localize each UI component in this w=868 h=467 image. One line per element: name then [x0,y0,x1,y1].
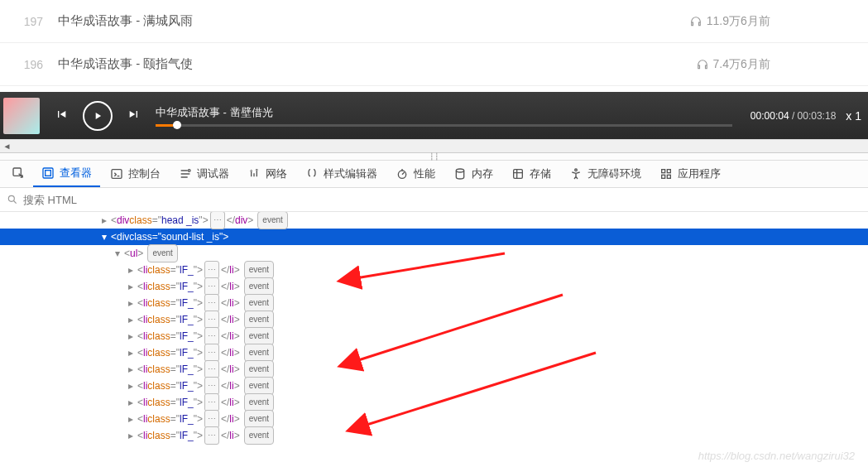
tab-network[interactable]: 网络 [239,161,295,187]
event-badge[interactable]: event [244,344,274,362]
svg-rect-9 [662,170,665,173]
ellipsis-icon[interactable]: ⋯ [210,212,225,229]
dom-node[interactable]: ▸<li class="lF_">⋯</li>event [0,344,868,361]
expand-twisty-icon[interactable]: ▸ [126,278,136,295]
svg-rect-12 [667,175,670,178]
expand-twisty-icon[interactable]: ▸ [126,328,136,344]
ellipsis-icon[interactable]: ⋯ [204,426,219,445]
svg-rect-2 [46,171,51,176]
ellipsis-icon[interactable]: ⋯ [204,393,219,412]
play-button[interactable] [83,101,113,131]
event-badge[interactable]: event [244,393,274,412]
ellipsis-icon[interactable]: ⋯ [204,377,219,395]
svg-point-4 [188,170,190,172]
ellipsis-icon[interactable]: ⋯ [204,294,219,312]
accessibility-icon [569,167,583,181]
event-badge[interactable]: event [257,212,287,229]
ellipsis-icon[interactable]: ⋯ [204,277,219,296]
track-number: 197 [12,15,58,28]
headphones-icon [697,59,708,70]
album-thumbnail[interactable] [3,98,40,134]
svg-rect-7 [514,170,523,179]
event-badge[interactable]: event [244,410,274,428]
event-badge[interactable]: event [244,377,274,395]
track-title: 中华成语故事 - 颐指气使 [58,56,658,72]
next-button[interactable] [127,108,141,124]
tab-performance[interactable]: 性能 [387,161,444,187]
dom-node[interactable]: ▾<div class="sound-list _is"> [0,229,868,245]
expand-twisty-icon[interactable]: ▸ [99,212,109,229]
pick-element-icon[interactable] [5,166,31,182]
dom-node[interactable]: ▸<li class="lF_">⋯</li>event [0,262,868,278]
network-icon [247,167,261,181]
dom-node[interactable]: ▸<li class="lF_">⋯</li>event [0,394,868,411]
event-badge[interactable]: event [244,294,274,312]
dom-node[interactable]: ▸<li class="lF_">⋯</li>event [0,295,868,311]
expand-twisty-icon[interactable]: ▸ [126,344,136,361]
ellipsis-icon[interactable]: ⋯ [204,327,219,345]
expand-twisty-icon[interactable]: ▸ [126,361,136,378]
audio-player-bar: 中华成语故事 - 凿壁借光 00:00:04 / 00:03:18 x 1 [0,92,868,139]
dom-node[interactable]: ▸<li class="lF_">⋯</li>event [0,328,868,344]
horizontal-scrollbar[interactable]: ◄ [0,139,868,153]
track-row[interactable]: 197 中华成语故事 - 满城风雨 11.9万 6月前 [0,0,868,43]
inspector-icon [41,166,55,180]
storage-icon [511,167,525,181]
dom-node[interactable]: ▸<li class="lF_">⋯</li>event [0,411,868,427]
event-badge[interactable]: event [147,244,177,262]
player-time: 00:00:04 / 00:03:18 [751,110,836,122]
expand-twisty-icon[interactable]: ▸ [126,427,136,444]
expand-twisty-icon[interactable]: ▾ [113,245,122,262]
expand-twisty-icon[interactable]: ▸ [126,394,136,411]
ellipsis-icon[interactable]: ⋯ [204,360,219,378]
event-badge[interactable]: event [244,277,274,296]
dom-tree[interactable]: ▸<div class="head _is">⋯</div>event▾<div… [0,212,868,467]
dom-node[interactable]: ▸<li class="lF_">⋯</li>event [0,427,868,444]
devtools-drag-handle[interactable]: ┇┇ [0,153,868,161]
application-icon [659,167,673,181]
progress-bar[interactable] [156,124,732,127]
track-plays: 11.9万 [658,14,741,29]
expand-twisty-icon[interactable]: ▾ [99,229,109,245]
dom-node[interactable]: ▸<li class="lF_">⋯</li>event [0,378,868,394]
expand-twisty-icon[interactable]: ▸ [126,295,136,311]
performance-icon [396,167,409,181]
tab-inspector[interactable]: 查看器 [33,161,100,187]
previous-button[interactable] [55,108,68,124]
dom-node[interactable]: ▸<li class="lF_">⋯</li>event [0,278,868,295]
svg-point-8 [575,169,578,171]
svg-rect-10 [667,170,670,173]
event-badge[interactable]: event [244,311,274,329]
html-search-bar [0,188,868,212]
ellipsis-icon[interactable]: ⋯ [204,344,219,362]
ellipsis-icon[interactable]: ⋯ [204,410,219,428]
ellipsis-icon[interactable]: ⋯ [204,311,219,329]
expand-twisty-icon[interactable]: ▸ [126,411,136,427]
event-badge[interactable]: event [244,327,274,345]
svg-rect-1 [43,168,53,178]
tab-accessibility[interactable]: 无障碍环境 [561,161,650,187]
expand-twisty-icon[interactable]: ▸ [126,378,136,394]
dom-node[interactable]: ▸<div class="head _is">⋯</div>event [0,212,868,229]
expand-twisty-icon[interactable]: ▸ [126,262,136,278]
dom-node[interactable]: ▾<ul>event [0,245,868,262]
scroll-left-icon[interactable]: ◄ [0,139,14,153]
progress-handle[interactable] [173,121,181,129]
dom-node[interactable]: ▸<li class="lF_">⋯</li>event [0,361,868,378]
tab-storage[interactable]: 存储 [503,161,559,187]
search-input[interactable] [23,194,861,206]
tab-debugger[interactable]: 调试器 [170,161,237,187]
event-badge[interactable]: event [244,261,274,279]
track-row[interactable]: 196 中华成语故事 - 颐指气使 7.4万 6月前 [0,43,868,86]
tab-style-editor[interactable]: 样式编辑器 [297,161,386,187]
event-badge[interactable]: event [244,360,274,378]
dom-node[interactable]: ▸<li class="lF_">⋯</li>event [0,311,868,328]
playback-speed[interactable]: x 1 [846,109,861,123]
tab-console[interactable]: 控制台 [102,161,169,187]
event-badge[interactable]: event [244,426,274,445]
ellipsis-icon[interactable]: ⋯ [204,261,219,279]
expand-twisty-icon[interactable]: ▸ [126,311,136,328]
tab-memory[interactable]: 内存 [445,161,501,187]
tab-application[interactable]: 应用程序 [651,161,729,187]
track-date: 6月前 [741,57,856,72]
